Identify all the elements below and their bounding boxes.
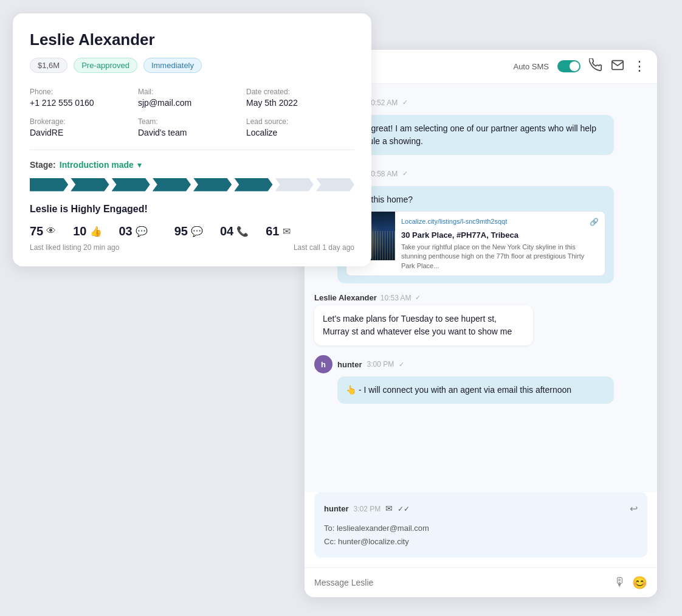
leslie-time: 10:53 AM bbox=[381, 294, 412, 302]
reply-icon[interactable]: ↩ bbox=[630, 500, 638, 517]
email-send-icon: ✉ bbox=[385, 502, 393, 516]
link-icon: 🔗 bbox=[590, 216, 599, 227]
price-badge: $1,6M bbox=[30, 58, 67, 73]
leslie-sender: Leslie Alexander bbox=[314, 293, 377, 302]
last-call-text: Last call 1 day ago bbox=[294, 243, 354, 252]
phone-value: +1 212 555 0160 bbox=[30, 98, 138, 108]
stats-sub-row: Last liked listing 20 min ago Last call … bbox=[30, 243, 354, 252]
email-compose-icon[interactable] bbox=[611, 58, 624, 75]
eye-icon: 👁 bbox=[46, 226, 56, 237]
message-2-time: 10:58 AM bbox=[367, 170, 398, 178]
leslie-message-content: Let's make plans for Tuesday to see hupe… bbox=[314, 305, 533, 345]
progress-segment-7 bbox=[275, 178, 314, 192]
info-grid: Phone: +1 212 555 0160 Mail: sjp@mail.co… bbox=[30, 88, 354, 137]
emoji-icon[interactable]: 😊 bbox=[632, 575, 647, 590]
email-message-header: hunter 3:02 PM ✉ ✓✓ ↩ bbox=[324, 500, 638, 517]
listing-url: Localize.city/listings/l-snc9mth2sqqt 🔗 bbox=[401, 216, 599, 227]
stage-value[interactable]: Introduction made bbox=[60, 160, 134, 170]
microphone-icon[interactable]: 🎙 bbox=[614, 575, 626, 589]
last-liked-text: Last liked listing 20 min ago bbox=[30, 243, 119, 252]
listing-card-body: Localize.city/listings/l-snc9mth2sqqt 🔗 … bbox=[395, 212, 605, 276]
auto-sms-label: Auto SMS bbox=[513, 62, 549, 71]
stats-top-row: 75 👁 10 👍 03 💬 95 💬 04 📞 61 ✉ bbox=[30, 224, 354, 238]
badges-row: $1,6M Pre-approved Immediately bbox=[30, 58, 354, 73]
calls-stat: 04 📞 bbox=[220, 224, 249, 238]
chat-input-row: 🎙 😊 bbox=[305, 567, 657, 597]
message-3-time: 3:00 PM bbox=[367, 360, 394, 369]
message-2-content: How's this home? Localize.city/listings/… bbox=[337, 186, 614, 284]
team-value: David's team bbox=[138, 128, 246, 137]
lead-value: Localize bbox=[246, 128, 354, 137]
leslie-message: Leslie Alexander 10:53 AM ✓ Let's make p… bbox=[314, 293, 647, 345]
stage-row: Stage: Introduction made ▾ bbox=[30, 160, 354, 170]
mail-label: Mail: bbox=[138, 88, 246, 96]
engaged-title: Leslie is Highly Engaged! bbox=[30, 204, 354, 215]
lead-item: Lead source: Localize bbox=[246, 117, 354, 137]
likes-stat: 10 👍 bbox=[73, 224, 102, 238]
message-1-check: ✓ bbox=[402, 99, 408, 106]
phone-item: Phone: +1 212 555 0160 bbox=[30, 88, 138, 108]
progress-segment-6 bbox=[234, 178, 272, 192]
email-message: hunter 3:02 PM ✉ ✓✓ ↩ To: lesliealexande… bbox=[314, 492, 647, 557]
messages-stat: 95 💬 bbox=[174, 224, 203, 238]
listing-card[interactable]: Localize.city/listings/l-snc9mth2sqqt 🔗 … bbox=[346, 211, 605, 277]
email-cc: Cc: hunter@localize.city bbox=[324, 535, 638, 549]
message-3-content: 👆 - I will connect you with an agent via… bbox=[337, 376, 614, 404]
likes-count: 10 bbox=[73, 224, 86, 238]
emails-count: 61 bbox=[266, 224, 279, 238]
message-3-header: h hunter 3:00 PM ✓ bbox=[314, 355, 614, 373]
messages-count: 95 bbox=[174, 224, 188, 238]
auto-sms-toggle[interactable] bbox=[557, 60, 580, 72]
hunter-avatar-3: h bbox=[314, 355, 332, 373]
leslie-message-header: Leslie Alexander 10:53 AM ✓ bbox=[314, 293, 421, 302]
email-sender: hunter bbox=[324, 502, 348, 516]
brokerage-value: DavidRE bbox=[30, 128, 138, 137]
progress-segment-2 bbox=[71, 178, 109, 192]
message-input[interactable] bbox=[314, 578, 608, 587]
brokerage-item: Brokerage: DavidRE bbox=[30, 117, 138, 137]
phone-label: Phone: bbox=[30, 88, 138, 96]
message-3: h hunter 3:00 PM ✓ 👆 - I will connect yo… bbox=[314, 355, 614, 404]
more-options-icon[interactable]: ⋮ bbox=[633, 58, 646, 74]
profile-name: Leslie Alexander bbox=[30, 30, 354, 49]
progress-segment-4 bbox=[153, 178, 191, 192]
timing-badge: Immediately bbox=[143, 58, 202, 73]
team-item: Team: David's team bbox=[138, 117, 246, 137]
progress-segment-3 bbox=[112, 178, 150, 192]
progress-segment-8 bbox=[316, 178, 354, 192]
mail-item: Mail: sjp@mail.com bbox=[138, 88, 246, 108]
email-time: 3:02 PM bbox=[353, 503, 381, 515]
mail-value: sjp@mail.com bbox=[138, 98, 246, 108]
views-count: 75 bbox=[30, 224, 43, 238]
progress-segment-5 bbox=[193, 178, 232, 192]
stage-label: Stage: bbox=[30, 160, 56, 170]
progress-segment-1 bbox=[30, 178, 68, 192]
message-2-check: ✓ bbox=[402, 170, 408, 178]
lead-label: Lead source: bbox=[246, 117, 354, 126]
message-1-content: That's great! I am selecting one of our … bbox=[337, 115, 614, 155]
email-to: To: lesliealexander@mail.com bbox=[324, 522, 638, 535]
profile-card: Leslie Alexander $1,6M Pre-approved Imme… bbox=[13, 13, 371, 266]
like-icon: 👍 bbox=[90, 226, 102, 237]
date-value: May 5th 2022 bbox=[246, 98, 354, 108]
team-label: Team: bbox=[138, 117, 246, 126]
email-icon: ✉ bbox=[283, 226, 291, 237]
message-1-time: 10:52 AM bbox=[367, 99, 398, 107]
phone-call-icon[interactable] bbox=[589, 58, 602, 75]
message-3-check: ✓ bbox=[399, 361, 404, 369]
listing-title: 30 Park Place, #PH77A, Tribeca bbox=[401, 229, 599, 241]
date-label: Date created: bbox=[246, 88, 354, 96]
comments-count: 03 bbox=[119, 224, 133, 238]
date-item: Date created: May 5th 2022 bbox=[246, 88, 354, 108]
chevron-down-icon[interactable]: ▾ bbox=[137, 160, 142, 170]
phone-icon: 📞 bbox=[236, 226, 249, 237]
calls-count: 04 bbox=[220, 224, 233, 238]
listing-desc: Take your rightful place on the New York… bbox=[401, 243, 599, 271]
chat-icon: 💬 bbox=[191, 226, 203, 237]
views-stat: 75 👁 bbox=[30, 224, 56, 238]
stage-progress-bar bbox=[30, 178, 354, 192]
leslie-check: ✓ bbox=[415, 294, 421, 302]
comment-icon: 💬 bbox=[136, 226, 148, 237]
approved-badge: Pre-approved bbox=[74, 58, 137, 73]
message-3-sender: hunter bbox=[337, 360, 362, 369]
